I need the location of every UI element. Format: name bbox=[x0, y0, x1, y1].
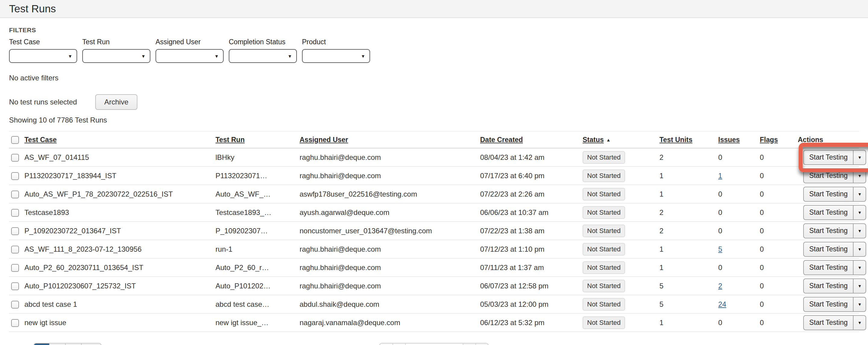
row-checkbox[interactable] bbox=[11, 264, 19, 272]
page-header: Test Runs bbox=[0, 0, 868, 18]
filter-select-test-run[interactable]: ▼ bbox=[82, 49, 150, 63]
start-testing-button[interactable]: Start Testing▼ bbox=[803, 205, 866, 220]
date-created-cell: 07/22/23 at 1:38 am bbox=[478, 221, 581, 240]
test-run-cell: abcd test case… bbox=[213, 295, 298, 313]
filter-label: Product bbox=[302, 38, 370, 46]
start-testing-dropdown-toggle[interactable]: ▼ bbox=[853, 316, 866, 330]
column-header-label[interactable]: Flags bbox=[760, 136, 778, 144]
page-size-50-button[interactable]: 50 bbox=[65, 344, 81, 345]
row-checkbox[interactable] bbox=[11, 191, 19, 198]
issues-count-link[interactable]: 5 bbox=[718, 245, 722, 253]
first-page-button[interactable]: « bbox=[380, 344, 393, 345]
select-all-checkbox[interactable] bbox=[11, 136, 19, 144]
column-header-label[interactable]: Status bbox=[583, 136, 604, 144]
filter-select-completion-status[interactable]: ▼ bbox=[229, 49, 297, 63]
status-cell: Not Started bbox=[581, 277, 657, 295]
start-testing-dropdown-toggle[interactable]: ▼ bbox=[853, 150, 866, 164]
last-page-button[interactable]: » bbox=[475, 344, 488, 345]
selection-count-text: No test runs selected bbox=[9, 98, 95, 106]
actions-wrap: Start Testing▼ bbox=[803, 278, 866, 294]
actions-wrap: Start Testing▼ bbox=[803, 297, 866, 312]
filter-select-product[interactable]: ▼ bbox=[302, 49, 370, 63]
archive-button[interactable]: Archive bbox=[95, 94, 137, 110]
test-run-cell: P1132023071… bbox=[213, 167, 298, 185]
status-cell: Not Started bbox=[581, 258, 657, 277]
start-testing-button[interactable]: Start Testing▼ bbox=[803, 260, 866, 275]
start-testing-button[interactable]: Start Testing▼ bbox=[803, 278, 866, 294]
start-testing-dropdown-toggle[interactable]: ▼ bbox=[853, 261, 866, 275]
row-checkbox[interactable] bbox=[11, 319, 19, 327]
row-checkbox[interactable] bbox=[11, 172, 19, 180]
pagination-bar: Show: 102550100 « ‹ Page 1 of 779 › » bbox=[9, 343, 859, 345]
column-header-label[interactable]: Assigned User bbox=[300, 136, 348, 144]
actions-wrap: Start Testing▼ bbox=[803, 242, 866, 257]
start-testing-button[interactable]: Start Testing▼ bbox=[803, 242, 866, 257]
row-select-cell bbox=[9, 148, 22, 167]
next-page-button[interactable]: › bbox=[463, 344, 475, 345]
start-testing-button-label: Start Testing bbox=[804, 261, 853, 275]
start-testing-button[interactable]: Start Testing▼ bbox=[803, 168, 866, 183]
row-select-cell bbox=[9, 167, 22, 185]
start-testing-dropdown-toggle[interactable]: ▼ bbox=[853, 242, 866, 256]
row-checkbox[interactable] bbox=[11, 246, 19, 253]
row-checkbox[interactable] bbox=[11, 154, 19, 162]
filter-select-assigned-user[interactable]: ▼ bbox=[156, 49, 224, 63]
start-testing-button[interactable]: Start Testing▼ bbox=[803, 223, 866, 238]
start-testing-dropdown-toggle[interactable]: ▼ bbox=[853, 298, 866, 311]
start-testing-button[interactable]: Start Testing▼ bbox=[803, 297, 866, 312]
actions-cell: Start Testing▼ bbox=[796, 313, 859, 332]
table-row: Auto_P2_60_20230711_013654_ISTAuto_P2_60… bbox=[9, 258, 859, 277]
date-created-cell: 07/12/23 at 1:10 pm bbox=[478, 240, 581, 258]
results-summary: Showing 10 of 7786 Test Runs bbox=[9, 116, 859, 124]
filter-field-test-run: Test Run▼ bbox=[82, 38, 150, 63]
filter-select-test-case[interactable]: ▼ bbox=[9, 49, 77, 63]
column-header-label[interactable]: Test Units bbox=[659, 136, 692, 144]
issues-cell: 1 bbox=[716, 167, 758, 185]
column-header-assigned-user: Assigned User bbox=[298, 131, 478, 148]
flags-cell: 0 bbox=[758, 295, 796, 313]
row-select-cell bbox=[9, 258, 22, 277]
column-header-label[interactable]: Issues bbox=[718, 136, 740, 144]
start-testing-button[interactable]: Start Testing▼ bbox=[803, 187, 866, 202]
issues-count-link[interactable]: 24 bbox=[718, 300, 726, 308]
row-checkbox[interactable] bbox=[11, 227, 19, 235]
start-testing-button[interactable]: Start Testing▼ bbox=[803, 315, 866, 330]
actions-cell: Start Testing▼ bbox=[796, 295, 859, 313]
start-testing-button[interactable]: Start Testing▼ bbox=[803, 150, 866, 165]
test-run-cell: run-1 bbox=[213, 240, 298, 258]
page-size-10-button[interactable]: 10 bbox=[34, 344, 50, 345]
test-case-cell: AS_WF_07_014115 bbox=[22, 148, 213, 167]
issues-count-link[interactable]: 1 bbox=[718, 172, 722, 180]
row-checkbox[interactable] bbox=[11, 282, 19, 290]
date-created-cell: 06/07/23 at 12:58 pm bbox=[478, 277, 581, 295]
start-testing-dropdown-toggle[interactable]: ▼ bbox=[853, 224, 866, 238]
start-testing-dropdown-toggle[interactable]: ▼ bbox=[853, 206, 866, 219]
column-header-label[interactable]: Test Run bbox=[216, 136, 245, 144]
start-testing-dropdown-toggle[interactable]: ▼ bbox=[853, 187, 866, 201]
row-select-cell bbox=[9, 313, 22, 332]
page-size-100-button[interactable]: 100 bbox=[81, 344, 101, 345]
status-badge: Not Started bbox=[583, 188, 625, 201]
actions-cell: Start Testing▼ bbox=[796, 221, 859, 240]
start-testing-dropdown-toggle[interactable]: ▼ bbox=[853, 169, 866, 183]
chevron-down-icon: ▼ bbox=[287, 54, 292, 59]
column-header-label[interactable]: Test Case bbox=[24, 136, 57, 144]
issues-count-link[interactable]: 2 bbox=[718, 282, 722, 290]
test-runs-table: Test CaseTest RunAssigned UserDate Creat… bbox=[9, 131, 859, 332]
start-testing-button-label: Start Testing bbox=[804, 169, 853, 183]
previous-page-button[interactable]: ‹ bbox=[393, 344, 405, 345]
column-header-label[interactable]: Date Created bbox=[480, 136, 523, 144]
row-checkbox[interactable] bbox=[11, 301, 19, 309]
page-size-25-button[interactable]: 25 bbox=[49, 344, 65, 345]
filter-label: Test Case bbox=[9, 38, 77, 46]
actions-wrap: Start Testing▼ bbox=[803, 315, 866, 330]
test-units-cell: 1 bbox=[657, 258, 716, 277]
status-cell: Not Started bbox=[581, 203, 657, 221]
test-units-cell: 1 bbox=[657, 313, 716, 332]
selection-row: No test runs selected Archive bbox=[9, 94, 859, 110]
start-testing-dropdown-toggle[interactable]: ▼ bbox=[853, 279, 866, 293]
issues-cell: 0 bbox=[716, 221, 758, 240]
chevron-down-icon: ▼ bbox=[858, 247, 862, 252]
status-badge: Not Started bbox=[583, 151, 625, 164]
row-checkbox[interactable] bbox=[11, 209, 19, 217]
